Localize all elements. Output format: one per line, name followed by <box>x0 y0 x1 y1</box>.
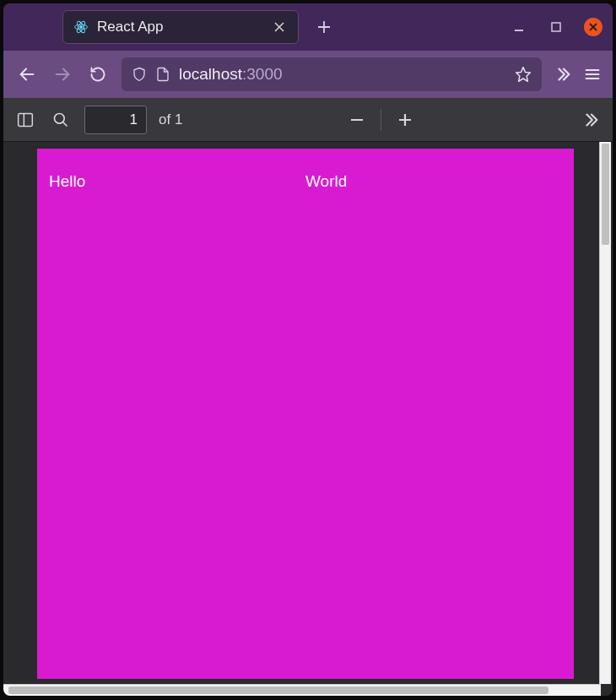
zoom-in-button[interactable] <box>393 108 417 132</box>
document-column-right: World <box>305 172 562 655</box>
pdf-viewer-toolbar: of 1 <box>3 98 613 142</box>
new-tab-button[interactable] <box>317 20 331 34</box>
tab-bar: React App <box>3 3 613 51</box>
svg-point-0 <box>80 26 83 29</box>
browser-tab[interactable]: React App <box>62 10 299 44</box>
maximize-window-button[interactable] <box>547 18 565 36</box>
react-logo-icon <box>73 19 89 35</box>
pdf-viewport[interactable]: Hello World <box>3 142 613 696</box>
url-bar[interactable]: localhost:3000 <box>122 57 542 91</box>
window-controls <box>510 18 602 36</box>
svg-line-21 <box>63 122 68 126</box>
page-info-icon[interactable] <box>155 66 170 83</box>
bookmark-star-icon[interactable] <box>515 66 532 83</box>
vertical-scrollbar[interactable] <box>599 142 611 684</box>
toolbar-separator <box>381 109 381 131</box>
zoom-out-button[interactable] <box>345 108 369 132</box>
close-tab-icon[interactable] <box>271 20 288 34</box>
svg-point-20 <box>55 113 65 123</box>
shield-icon[interactable] <box>132 66 147 83</box>
page-number-input[interactable] <box>84 106 147 134</box>
tab-title: React App <box>97 19 262 35</box>
tools-chevrons-icon[interactable] <box>579 108 602 132</box>
horizontal-scrollbar[interactable] <box>3 684 601 696</box>
search-icon[interactable] <box>49 108 73 132</box>
address-bar: localhost:3000 <box>3 51 613 98</box>
svg-rect-18 <box>19 113 33 126</box>
browser-window: React App <box>3 3 613 696</box>
menu-button[interactable] <box>584 66 601 83</box>
pdf-page: Hello World <box>37 149 574 679</box>
url-text: localhost:3000 <box>179 65 506 84</box>
forward-button[interactable] <box>51 62 74 86</box>
minimize-window-button[interactable] <box>510 18 528 36</box>
svg-rect-9 <box>552 23 560 31</box>
back-button[interactable] <box>15 62 39 86</box>
close-window-button[interactable] <box>584 18 602 36</box>
overflow-chevrons-icon[interactable] <box>554 65 572 84</box>
page-count-label: of 1 <box>159 111 182 128</box>
sidebar-toggle-icon[interactable] <box>14 108 37 132</box>
svg-marker-14 <box>516 68 531 82</box>
document-column-left: Hello <box>49 172 305 655</box>
reload-button[interactable] <box>86 62 110 86</box>
